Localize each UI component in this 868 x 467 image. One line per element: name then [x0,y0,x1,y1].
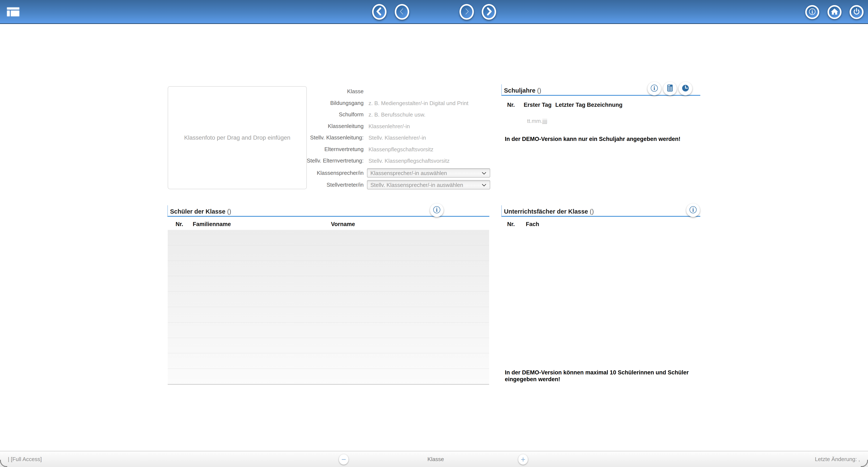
layout-grid-icon-part [7,7,19,9]
info-icon: i [649,83,659,94]
stellv-elternvertretung-input[interactable] [368,156,488,166]
bildungsgang-input[interactable] [368,98,488,108]
faecher-demo-note: In der DEMO-Version können maximal 10 Sc… [505,369,689,383]
app-window: i Klassenfoto per Drag and Drop einfügen [0,0,868,467]
schueler-col-vorname: Vorname [331,221,355,228]
schuljahre-table-button[interactable] [663,82,677,95]
field-label-schulform: Schulform [233,110,364,119]
chevron-down-icon [482,184,486,187]
faecher-panel-header: Unterrichtsfächer der Klasse () [501,205,700,217]
remove-record-button[interactable]: − [339,454,348,465]
nav-first-record-button[interactable] [372,4,386,20]
nav-next-record-button[interactable] [460,4,474,20]
power-icon [852,7,861,17]
schuljahre-info-button[interactable]: i [648,82,661,95]
erster-tag-date-field[interactable]: tt.mm.jjjj [527,118,547,124]
faecher-col-nr: Nr. [507,221,515,228]
schuljahre-col-nr: Nr. [507,102,515,108]
chevron-right-thin-icon [462,6,471,18]
faecher-info-button[interactable]: i [686,203,700,217]
schueler-info-button[interactable]: i [430,203,443,217]
schueler-col-familienname: Familienname [193,221,231,228]
student-list[interactable] [168,230,489,385]
faecher-title-suffix: () [590,208,594,215]
power-button[interactable] [849,5,864,19]
schuljahre-demo-note: In der DEMO-Version kann nur ein Schulja… [505,136,680,142]
access-status-label: | [Full Access] [8,451,42,467]
schuljahre-col-erster-tag: Erster Tag [524,102,552,108]
status-toolbar: | [Full Access] − Klasse + Letzte Änderu… [0,451,868,467]
schueler-title-suffix: () [227,208,231,215]
klassenleitung-input[interactable] [368,122,488,131]
schuljahre-title: Schuljahre [502,87,535,94]
home-button[interactable] [828,5,841,19]
stellvertreter-select-value: Stellv. Klassensprecher/-in auswählen [370,182,463,188]
chevron-left-thin-icon [397,6,407,18]
elternvertretung-input[interactable] [368,144,488,154]
schuljahre-col-bezeichnung: Bezeichnung [587,102,622,108]
svg-text:i: i [692,207,694,213]
field-label-klassenleitung: Klassenleitung [233,122,364,131]
nav-previous-record-button[interactable] [395,4,409,20]
toolbar: i [0,0,868,24]
chevron-right-bold-icon [484,6,494,18]
schuljahre-clock-button[interactable] [679,82,692,95]
faecher-title: Unterrichtsfächer der Klasse [502,208,588,215]
schueler-col-nr: Nr. [176,221,183,228]
svg-text:i: i [653,85,655,91]
field-label-bildungsgang: Bildungsgang [233,98,364,108]
klassensprecher-select-value: Klassensprecher/-in auswählen [370,170,447,176]
layout-grid-icon[interactable] [7,7,19,16]
schuljahre-title-suffix: () [537,87,541,94]
field-label-stellv-elternvertretung: Stellv. Elternvertretung: [233,156,364,165]
table-list-icon [665,83,675,94]
svg-text:i: i [812,9,813,14]
field-label-klassensprecher: Klassensprecher/in [233,168,364,177]
schulform-input[interactable] [368,110,488,120]
faecher-col-fach: Fach [526,221,539,228]
record-type-label: Klasse [404,451,467,467]
layout-grid-icon-part [7,10,10,16]
info-icon: i [432,205,442,215]
clock-icon [681,83,690,94]
add-record-button[interactable]: + [518,454,528,465]
klassensprecher-select[interactable]: Klassensprecher/-in auswählen [367,168,490,177]
chevron-left-bold-icon [375,6,384,18]
field-label-stellvertreter: Stellvertreter/in [233,180,364,190]
stellv-klassenleitung-input[interactable] [368,133,488,143]
schuljahre-col-letzter-tag: Letzter Tag [555,102,585,108]
last-change-label: Letzte Änderung: , [815,451,860,467]
layout-grid-icon-part [11,10,19,16]
info-button[interactable]: i [805,5,819,19]
field-label-stellv-klassenleitung: Stellv. Klassenleitung: [233,133,364,142]
chevron-down-icon [482,172,486,175]
info-icon: i [688,205,698,215]
faecher-demo-note-line1: In der DEMO-Version können maximal 10 Sc… [505,369,689,376]
home-icon [830,7,839,17]
info-icon: i [808,7,817,17]
schueler-title: Schüler der Klasse [168,208,225,215]
field-label-klasse: Klasse [233,87,364,96]
svg-text:i: i [436,207,438,213]
nav-last-record-button[interactable] [482,4,496,20]
stellvertreter-select[interactable]: Stellv. Klassensprecher/-in auswählen [367,180,490,190]
klasse-input[interactable] [368,87,488,96]
field-label-elternvertretung: Elternvertretung [233,144,364,154]
faecher-demo-note-line2: eingegeben werden! [505,376,689,383]
